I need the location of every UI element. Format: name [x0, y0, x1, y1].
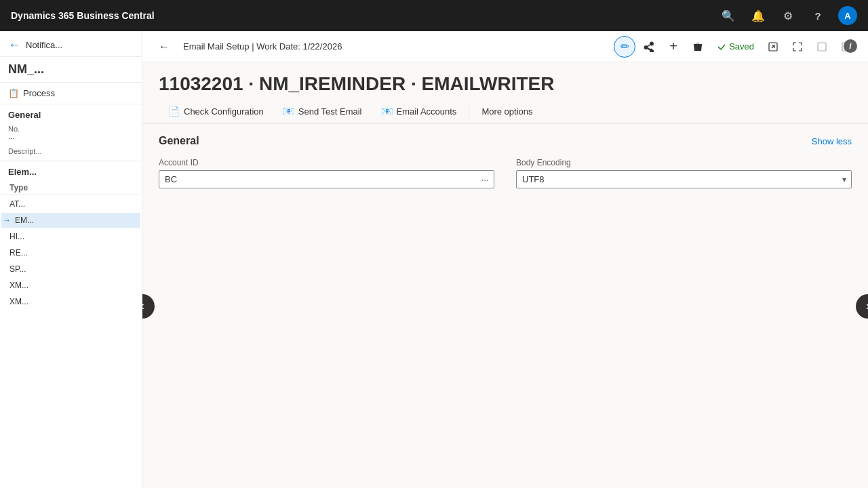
nav-next-button[interactable]: ›	[856, 294, 868, 319]
popout2-button[interactable]	[811, 36, 833, 58]
email-accounts-label: Email Accounts	[397, 106, 457, 117]
body-encoding-field: Body Encoding UTF8 ASCII ISO-8859-1 ▾	[516, 158, 852, 188]
back-button[interactable]: ←	[153, 36, 175, 58]
row-cell: →EM...	[1, 213, 140, 228]
process-icon: 📋	[8, 88, 19, 98]
table-row[interactable]: RE...	[1, 245, 140, 260]
saved-label: Saved	[729, 41, 754, 52]
description-label: Descript...	[8, 147, 134, 155]
sidebar: ← Notifica... NM_... 📋 Process General N…	[0, 31, 142, 488]
body-encoding-label: Body Encoding	[516, 158, 852, 167]
more-options-button[interactable]: More options	[472, 101, 542, 124]
body-encoding-select-wrap: UTF8 ASCII ISO-8859-1 ▾	[516, 170, 852, 188]
row-cell: AT...	[1, 197, 140, 211]
avatar[interactable]: A	[838, 6, 857, 25]
send-test-email-button[interactable]: 📧 Send Test Email	[273, 100, 372, 124]
info-icon[interactable]: i	[844, 39, 857, 53]
saved-indicator: Saved	[711, 41, 760, 52]
account-id-label: Account ID	[159, 158, 494, 167]
content-toolbar: ← Email Mail Setup | Work Date: 1/22/202…	[142, 31, 868, 62]
action-separator	[469, 104, 469, 120]
table-row[interactable]: HI...	[1, 229, 140, 244]
more-options-label: More options	[481, 106, 532, 117]
elements-table: Type AT... →EM... HI... RE... SP...	[0, 180, 142, 317]
search-icon[interactable]: 🔍	[719, 6, 738, 25]
no-value: ···	[8, 134, 134, 143]
add-button[interactable]: +	[663, 36, 684, 58]
svg-rect-1	[818, 43, 826, 51]
action-bar: 📄 Check Configuration 📧 Send Test Email …	[142, 95, 868, 124]
sidebar-back-button[interactable]: ←	[8, 38, 20, 52]
section-header: General Show less	[159, 135, 852, 147]
sidebar-header: ← Notifica...	[0, 31, 142, 57]
section-title: General	[159, 135, 199, 147]
breadcrumb: Email Mail Setup | Work Date: 1/22/2026	[183, 41, 608, 52]
check-configuration-button[interactable]: 📄 Check Configuration	[159, 100, 273, 124]
edit-button[interactable]: ✏	[614, 36, 635, 58]
process-label: Process	[23, 88, 55, 98]
expand-button[interactable]	[787, 36, 808, 58]
send-test-icon: 📧	[283, 106, 294, 117]
general-section: ‹ › General Show less Account ID ··· Bod…	[142, 124, 868, 488]
email-accounts-button[interactable]: 📧 Email Accounts	[372, 100, 467, 124]
elements-section: Elem...	[0, 161, 142, 180]
toolbar-actions: ✏ + Saved	[614, 36, 857, 58]
row-cell: XM...	[1, 294, 140, 309]
table-row[interactable]	[1, 310, 140, 316]
bell-icon[interactable]: 🔔	[749, 6, 768, 25]
process-button[interactable]: 📋 Process	[0, 83, 142, 104]
nav-prev-button[interactable]: ‹	[142, 294, 155, 319]
delete-button[interactable]	[687, 36, 709, 58]
check-config-label: Check Configuration	[184, 106, 264, 117]
gear-icon[interactable]: ⚙	[778, 6, 797, 25]
row-cell	[1, 310, 140, 316]
check-config-icon: 📄	[168, 106, 180, 117]
topbar: Dynamics 365 Business Central 🔍 🔔 ⚙ ? A	[0, 0, 868, 31]
no-label: No.	[8, 125, 134, 133]
account-id-lookup-button[interactable]: ···	[478, 173, 492, 186]
content-panel: i ← Email Mail Setup | Work Date: 1/22/2…	[142, 31, 868, 488]
sidebar-general-section: General	[0, 104, 142, 123]
page-heading: 11032201 · NM_IREMINDER · EMAILWRITER	[142, 62, 868, 95]
row-cell: SP...	[1, 262, 140, 277]
table-row[interactable]: SP...	[1, 262, 140, 277]
show-less-button[interactable]: Show less	[812, 136, 852, 146]
app-brand: Dynamics 365 Business Central	[11, 10, 711, 21]
send-test-label: Send Test Email	[298, 106, 362, 117]
table-row[interactable]: XM...	[1, 278, 140, 293]
email-accounts-icon: 📧	[381, 106, 393, 117]
row-cell: XM...	[1, 278, 140, 293]
sidebar-page-title: NM_...	[0, 57, 142, 83]
table-row[interactable]: AT...	[1, 197, 140, 211]
sidebar-description-field: Descript...	[0, 145, 142, 158]
row-cell: RE...	[1, 245, 140, 260]
help-icon[interactable]: ?	[808, 6, 827, 25]
body-encoding-select[interactable]: UTF8 ASCII ISO-8859-1	[516, 170, 852, 188]
elements-col-type: Type	[1, 181, 140, 195]
share-button[interactable]	[638, 36, 660, 58]
main-layout: ← Notifica... NM_... 📋 Process General N…	[0, 31, 868, 488]
sidebar-nav-title: Notifica...	[26, 40, 62, 50]
popout-button[interactable]	[762, 36, 784, 58]
table-row[interactable]: →EM...	[1, 213, 140, 228]
table-row[interactable]: XM...	[1, 294, 140, 309]
sidebar-no-field: No. ···	[0, 123, 142, 145]
row-cell: HI...	[1, 229, 140, 244]
account-id-field: Account ID ···	[159, 158, 494, 188]
account-id-input-wrap: ···	[159, 170, 494, 188]
row-arrow-icon: →	[3, 216, 11, 225]
form-grid: Account ID ··· Body Encoding UTF8 ASCII …	[159, 158, 852, 188]
topbar-icons: 🔍 🔔 ⚙ ? A	[719, 6, 857, 25]
account-id-input[interactable]	[159, 170, 494, 188]
